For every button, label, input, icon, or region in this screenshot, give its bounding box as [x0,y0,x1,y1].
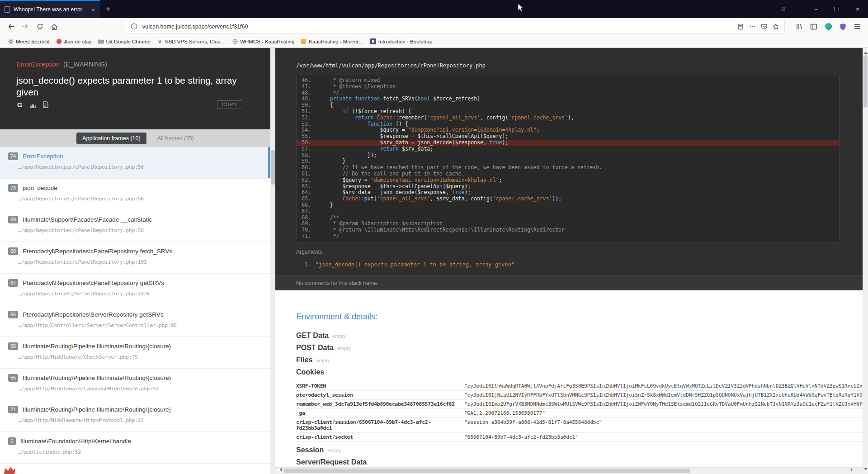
mouse-cursor [518,3,524,12]
line-number: 71. [297,233,317,240]
extension-circle-icon[interactable] [821,20,835,33]
stackoverflow-icon[interactable] [30,101,36,108]
frame-path: …/app/Http/Middleware/CheckServer.php:79 [18,354,262,360]
main-scrollbar-thumb[interactable] [863,55,868,108]
back-button[interactable] [4,20,18,33]
frame-title: json_decode [23,185,57,191]
exception-message: json_decode() expects parameter 1 to be … [16,75,238,98]
frame-title: Illuminate\Routing\Pipeline Illuminate\R… [23,374,171,381]
stack-frame[interactable]: 73json_decode…/app/Repositories/cPanelRe… [0,179,270,210]
files-title: Files [296,356,312,364]
tab-all-frames[interactable]: All frames (75) [157,135,194,142]
code-line: 56. $srv_data = json_decode($response, t… [297,140,839,146]
code-line: 50. { [297,102,839,109]
code-line: 55. $response = $this->callCpanelApi($qu… [297,133,839,140]
frame-title: Pterodactyl\Repositories\cPanelRepositor… [23,248,172,255]
line-number: 65. [297,196,317,202]
bookmark-item[interactable]: VSSD VPS Servers, Clou… [154,37,229,46]
frame-index-badge: 69 [8,216,18,223]
url-text[interactable]: vulcan.home.juiced.space/server/c1f31f69 [142,24,735,30]
minimize-button[interactable]: − [806,0,826,18]
tab-application-frames[interactable]: Application frames (10) [76,133,146,144]
stack-frame[interactable]: 74ErrorException…/app/Repositories/cPane… [0,147,270,179]
close-button[interactable]: × [847,0,868,18]
scroll-left-icon[interactable] [278,468,282,471]
frame-index-badge: 21 [8,406,18,413]
scroll-up-icon[interactable] [864,50,868,54]
home-button[interactable] [47,20,61,33]
docs-icon[interactable] [43,101,48,108]
stack-frame[interactable]: 67Pterodactyl\Repositories\cPanelReposit… [0,274,270,305]
bookmark-item[interactable]: Uit Google Chrome [95,37,154,46]
code-line: 69. * @param Subscription $subscription [297,221,839,227]
bookmark-item[interactable]: KaasHosting - Minecr… [297,37,367,46]
frames-tabs: Application frames (10) All frames (75) [0,129,270,147]
stack-frame[interactable]: 66Pterodactyl\Repositories\ServerReposit… [0,305,270,337]
stack-frame[interactable]: 58Illuminate\Routing\Pipeline Illuminate… [0,337,270,369]
reload-button[interactable] [33,20,47,33]
frame-title: Illuminate\Foundation\Http\Kernel handle [20,438,131,445]
horizontal-scrollbar[interactable] [275,467,863,474]
library-icon[interactable] [792,20,807,33]
bookmark-item[interactable]: BIntroduction · Bootstrap [367,37,436,46]
maximize-button[interactable] [826,0,847,18]
reload-icon [37,23,43,30]
bookmark-item[interactable]: Meest bezocht [5,37,53,46]
line-number: 48. [297,90,317,96]
line-number: 66. [297,202,317,209]
url-bar[interactable]: vulcan.home.juiced.space/server/c1f31f69 [125,20,785,33]
horizontal-scrollbar-thumb[interactable] [283,469,690,473]
session-title: Session [296,446,324,454]
cookie-key: _ga [296,410,464,416]
stack-frame[interactable]: 68Pterodactyl\Repositories\cPanelReposit… [0,242,270,274]
browser-tab[interactable]: Whoops! There was an error. × [0,0,100,18]
cookie-value: "65067104-89b7-4dc3-afc2-fd23bb3a0dc1" [464,434,578,440]
menu-icon[interactable] [850,20,864,33]
frame-path: …/app/Repositories/cPanelRepository.php:… [18,164,262,170]
cookie-row: crisp-client/socket"65067104-89b7-4dc3-a… [296,433,863,442]
line-number: 58. [297,152,317,159]
line-number: 61. [297,171,317,177]
cookie-key: XSRF-TOKEN [296,383,464,389]
stack-frame[interactable]: 55Illuminate\Routing\Pipeline Illuminate… [0,369,270,400]
pocket-icon[interactable] [758,21,770,33]
tab-close-icon[interactable]: × [90,6,96,13]
line-number: 49. [297,96,317,102]
stack-frame[interactable]: 0Illuminate\Foundation\Http\Kernel handl… [0,432,270,464]
scroll-right-icon[interactable] [851,468,854,471]
site-info-icon[interactable] [128,21,140,33]
extension-shield-icon[interactable] [835,20,850,33]
copy-button[interactable]: COPY [217,100,242,109]
code-line: 54. $query = "dumpzone?api.version=1&dom… [297,127,839,133]
forward-button[interactable] [18,20,33,33]
frame-path: …/public/index.php:52 [18,449,262,455]
cookie-value: "eyJpdiI6IjNLaU12NVIyRFFRbFYxdTlSbnVHNGc… [464,392,863,398]
line-number: 67. [297,209,317,215]
main-scrollbar[interactable] [863,48,868,474]
reader-mode-icon[interactable] [735,21,746,33]
code-line: 52. return Cache::remember('cpanel_all_s… [297,115,839,121]
stack-frame[interactable]: 21Illuminate\Routing\Pipeline Illuminate… [0,400,270,432]
cookie-key: crisp-client/session/65067104-89b7-4dc3-… [296,419,464,431]
stack-frame[interactable]: 69Illuminate\Support\Facades\Facade __ca… [0,210,270,242]
line-number: 57. [297,146,317,152]
sidebar-icon[interactable] [807,20,821,33]
cookie-value: "eyJpdiI6IlhWaWdqRTA0WjlXVnpFdjArcFg3S0E… [464,383,863,389]
frame-path: …/app/Http/Middleware/HttpsProtocol.php:… [18,417,262,423]
line-number: 55. [297,133,317,140]
google-search-icon[interactable]: G [17,101,23,109]
frame-index-badge: 66 [8,311,18,318]
bookmark-item[interactable]: WHMCS - KaasHosting [229,37,297,46]
left-scrollbar-thumb[interactable] [271,150,275,185]
scroll-down-icon[interactable] [864,468,868,472]
left-panel-scrollbar[interactable] [270,48,275,474]
page-actions-icon[interactable] [746,21,758,33]
code-line: 51. if (!$force_refresh) { [297,109,839,115]
post-data-row: POST Data empty [296,344,863,352]
cookie-value: "GA1.2.20072160.1536580177" [464,410,545,416]
cookie-value: "session_a364b59f-a808-42d5-81f7-8a45564… [464,419,602,425]
frame-title: Pterodactyl\Repositories\cPanelRepositor… [23,280,164,286]
bookmark-item[interactable]: Aan de slag [53,37,95,46]
bookmark-star-icon[interactable] [770,21,782,33]
new-tab-button[interactable]: + [100,0,116,18]
